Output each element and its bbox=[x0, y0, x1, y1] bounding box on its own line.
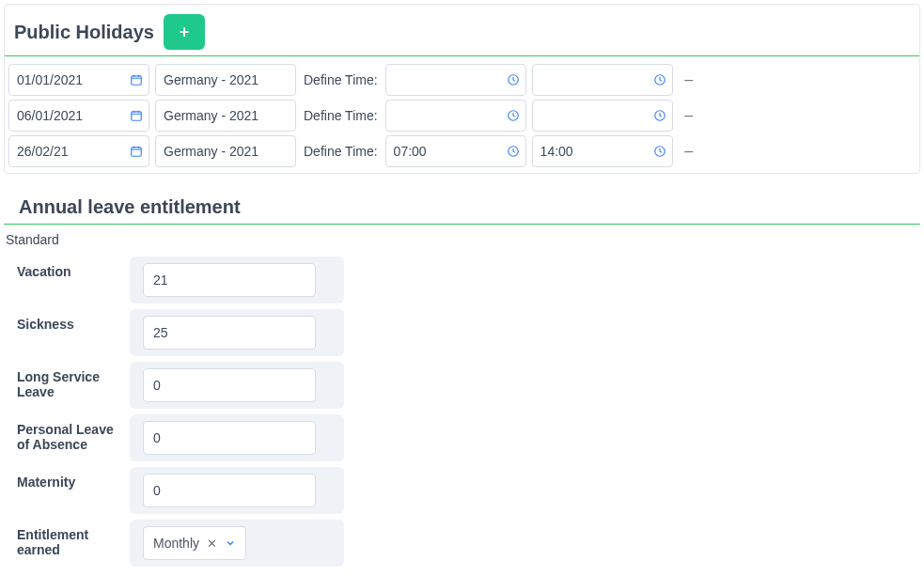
clock-icon bbox=[653, 73, 666, 86]
plus-icon: + bbox=[180, 23, 190, 42]
earned-select[interactable]: Monthly ✕ bbox=[143, 526, 246, 560]
time-from-input[interactable] bbox=[385, 100, 526, 132]
time-to-input[interactable] bbox=[532, 100, 673, 132]
public-holidays-header: Public Holidays + bbox=[5, 5, 919, 56]
entitlement-row-maternity: Maternity bbox=[0, 467, 924, 514]
time-from-value: 07:00 bbox=[394, 144, 497, 159]
long-service-field-wrap bbox=[130, 362, 344, 409]
entitlement-standard-label: Standard bbox=[0, 225, 924, 251]
holiday-name-value: Germany - 2021 bbox=[164, 144, 267, 159]
public-holidays-title: Public Holidays bbox=[14, 22, 154, 43]
personal-leave-input[interactable] bbox=[143, 421, 316, 455]
remove-holiday-button[interactable]: – bbox=[679, 141, 699, 162]
entitlement-row-personal: Personal Leave of Absence bbox=[0, 414, 924, 461]
holiday-row: 26/02/21 Germany - 2021 Define Time: 07:… bbox=[5, 133, 919, 169]
holiday-name-value: Germany - 2021 bbox=[164, 108, 267, 123]
minus-icon: – bbox=[684, 143, 693, 160]
earned-selected-value: Monthly bbox=[153, 536, 199, 551]
remove-holiday-button[interactable]: – bbox=[679, 105, 699, 126]
time-to-input[interactable] bbox=[532, 64, 673, 96]
calendar-icon bbox=[130, 109, 143, 122]
vacation-input[interactable] bbox=[143, 263, 316, 297]
entitlement-row-vacation: Vacation bbox=[0, 257, 924, 304]
time-from-input[interactable]: 07:00 bbox=[385, 135, 526, 167]
holiday-date-value: 01/01/2021 bbox=[17, 72, 120, 87]
holiday-date-input[interactable]: 06/01/2021 bbox=[8, 100, 149, 132]
time-to-value: 14:00 bbox=[540, 144, 644, 159]
holiday-date-input[interactable]: 01/01/2021 bbox=[8, 64, 149, 96]
holiday-row: 06/01/2021 Germany - 2021 Define Time: bbox=[5, 98, 919, 133]
add-holiday-button[interactable]: + bbox=[164, 14, 205, 50]
entitlement-row-earned: Entitlement earned Monthly ✕ bbox=[0, 520, 924, 567]
clock-icon bbox=[507, 109, 520, 122]
personal-leave-label: Personal Leave of Absence bbox=[0, 414, 130, 459]
clock-icon bbox=[507, 145, 520, 158]
clock-icon bbox=[507, 73, 520, 86]
svg-rect-6 bbox=[132, 148, 142, 156]
calendar-icon bbox=[130, 73, 143, 86]
time-from-input[interactable] bbox=[385, 64, 526, 96]
calendar-icon bbox=[130, 145, 143, 158]
clock-icon bbox=[653, 109, 666, 122]
svg-rect-0 bbox=[132, 76, 142, 85]
time-to-input[interactable]: 14:00 bbox=[532, 135, 673, 167]
sickness-field-wrap bbox=[130, 309, 344, 356]
earned-label: Entitlement earned bbox=[0, 520, 130, 565]
svg-rect-3 bbox=[132, 112, 142, 120]
define-time-label: Define Time: bbox=[302, 108, 380, 123]
define-time-label: Define Time: bbox=[302, 144, 380, 159]
holiday-name-input[interactable]: Germany - 2021 bbox=[155, 64, 296, 96]
entitlement-title: Annual leave entitlement bbox=[4, 178, 920, 225]
holiday-date-input[interactable]: 26/02/21 bbox=[8, 135, 149, 167]
sickness-label: Sickness bbox=[0, 309, 130, 339]
maternity-field-wrap bbox=[130, 467, 344, 514]
holidays-body: 01/01/2021 Germany - 2021 Define Time: bbox=[5, 56, 919, 173]
maternity-label: Maternity bbox=[0, 467, 130, 497]
holiday-name-input[interactable]: Germany - 2021 bbox=[155, 135, 296, 167]
clear-icon[interactable]: ✕ bbox=[205, 537, 219, 551]
long-service-input[interactable] bbox=[143, 368, 316, 402]
entitlement-rows: Vacation Sickness Long Service Leave Per… bbox=[0, 257, 924, 576]
sickness-input[interactable] bbox=[143, 316, 316, 350]
remove-holiday-button[interactable]: – bbox=[679, 70, 699, 90]
earned-field-wrap: Monthly ✕ bbox=[130, 520, 344, 567]
holiday-name-input[interactable]: Germany - 2021 bbox=[155, 100, 296, 132]
vacation-field-wrap bbox=[130, 257, 344, 304]
public-holidays-card: Public Holidays + 01/01/2021 Germany - 2… bbox=[4, 4, 920, 174]
minus-icon: – bbox=[684, 71, 693, 88]
entitlement-row-sickness: Sickness bbox=[0, 309, 924, 356]
holiday-date-value: 06/01/2021 bbox=[17, 108, 120, 123]
personal-leave-field-wrap bbox=[130, 414, 344, 461]
define-time-label: Define Time: bbox=[302, 72, 380, 87]
clock-icon bbox=[653, 145, 666, 158]
holiday-row: 01/01/2021 Germany - 2021 Define Time: bbox=[5, 62, 919, 98]
entitlement-row-long-service: Long Service Leave bbox=[0, 362, 924, 409]
holiday-date-value: 26/02/21 bbox=[17, 144, 120, 159]
minus-icon: – bbox=[684, 107, 693, 124]
maternity-input[interactable] bbox=[143, 474, 316, 507]
long-service-label: Long Service Leave bbox=[0, 362, 130, 407]
chevron-down-icon bbox=[225, 537, 236, 549]
holiday-name-value: Germany - 2021 bbox=[164, 72, 267, 87]
vacation-label: Vacation bbox=[0, 257, 130, 287]
